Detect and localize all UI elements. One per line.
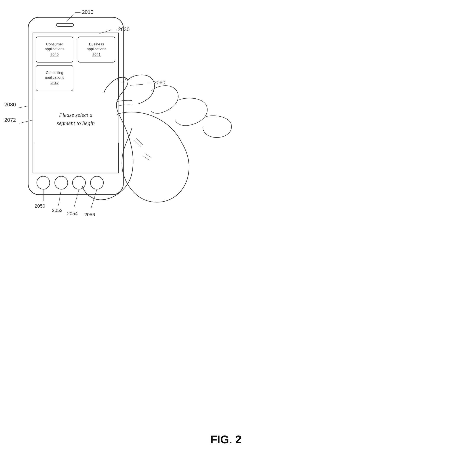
svg-text:2054: 2054: [67, 211, 78, 216]
svg-text:Consulting: Consulting: [46, 71, 63, 75]
svg-line-36: [74, 189, 79, 208]
svg-text:— 2030: — 2030: [111, 26, 130, 32]
svg-rect-3: [36, 37, 73, 62]
svg-line-26: [17, 106, 28, 108]
svg-text:applications: applications: [45, 75, 64, 80]
svg-line-41: [134, 141, 141, 147]
svg-text:applications: applications: [87, 47, 106, 51]
svg-rect-7: [78, 37, 115, 62]
svg-line-38: [91, 189, 97, 209]
svg-text:Consumer: Consumer: [46, 42, 63, 46]
svg-text:Business: Business: [89, 42, 104, 46]
svg-rect-2: [33, 33, 119, 173]
svg-text:2080: 2080: [4, 102, 16, 107]
svg-text:2050: 2050: [35, 203, 45, 209]
svg-line-22: [66, 15, 73, 22]
svg-point-20: [73, 176, 86, 189]
svg-point-19: [55, 176, 68, 189]
svg-line-34: [58, 189, 61, 205]
diagram-container: Consumer applications 2040 Business appl…: [0, 0, 452, 476]
svg-text:2042: 2042: [50, 81, 59, 85]
svg-rect-0: [28, 17, 123, 195]
svg-line-31: [130, 84, 143, 85]
svg-text:2056: 2056: [84, 212, 95, 217]
svg-line-44: [143, 156, 149, 160]
svg-text:2072: 2072: [4, 117, 16, 123]
svg-text:— 2010: — 2010: [75, 9, 93, 15]
svg-line-43: [145, 154, 152, 158]
svg-rect-11: [36, 65, 73, 91]
svg-point-40: [117, 76, 126, 83]
svg-point-21: [90, 176, 103, 189]
svg-text:Please select a: Please select a: [59, 112, 93, 118]
svg-text:FIG. 2: FIG. 2: [210, 433, 241, 446]
svg-point-18: [37, 176, 50, 189]
svg-line-42: [136, 138, 143, 145]
svg-line-28: [20, 120, 33, 123]
svg-text:2041: 2041: [92, 52, 101, 57]
svg-text:— 2060: — 2060: [147, 80, 165, 85]
svg-text:2052: 2052: [52, 208, 63, 213]
svg-rect-1: [56, 23, 73, 26]
svg-line-24: [100, 30, 110, 33]
svg-rect-15: [33, 99, 119, 143]
svg-text:segment to begin: segment to begin: [57, 120, 95, 126]
svg-text:applications: applications: [45, 47, 64, 51]
svg-text:2040: 2040: [50, 52, 59, 57]
